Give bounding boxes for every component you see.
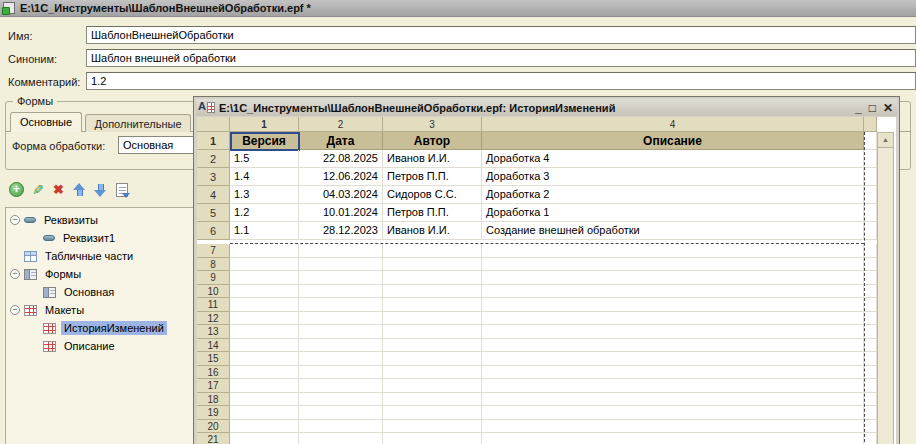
sheet-cell[interactable] [482, 406, 864, 420]
sheet-cell[interactable] [864, 339, 877, 353]
sheet-cell[interactable] [864, 393, 877, 407]
sheet-cell[interactable]: 22.08.2025 [299, 150, 383, 168]
collapse-icon[interactable]: − [10, 215, 20, 225]
move-down-button[interactable] [92, 181, 109, 198]
sheet-cell[interactable] [299, 366, 383, 380]
collapse-icon[interactable]: − [10, 269, 20, 279]
sheet-cell[interactable] [383, 393, 482, 407]
minimize-button[interactable]: _ [855, 102, 862, 114]
row-header[interactable]: 14 [197, 339, 230, 353]
sheet-cell[interactable] [864, 150, 877, 168]
row-header[interactable]: 3 [197, 168, 230, 186]
row-header[interactable]: 17 [197, 379, 230, 393]
sheet-cell[interactable] [383, 339, 482, 353]
sheet-cell[interactable]: Иванов И.И. [383, 150, 482, 168]
sheet-cell[interactable] [299, 379, 383, 393]
comment-input[interactable]: 1.2 [86, 72, 916, 90]
sheet-cell[interactable] [299, 420, 383, 434]
sheet-cell[interactable] [230, 433, 299, 444]
name-input[interactable]: ШаблонВнешнейОбработки [86, 26, 916, 44]
sheet-cell[interactable] [864, 312, 877, 326]
sheet-cell[interactable]: Сидоров С.С. [383, 186, 482, 204]
sheet-cell[interactable] [864, 325, 877, 339]
sheet-cell[interactable] [482, 244, 864, 258]
row-header[interactable]: 21 [197, 433, 230, 444]
sheet-cell[interactable]: 1.5 [230, 150, 299, 168]
sheet-cell[interactable]: Доработка 3 [482, 168, 864, 186]
add-button[interactable]: + [8, 181, 25, 198]
reorder-button[interactable] [113, 181, 130, 198]
row-header[interactable]: 4 [197, 186, 230, 204]
collapse-icon[interactable]: − [10, 305, 20, 315]
sheet-cell[interactable] [864, 222, 877, 240]
row-header[interactable]: 2 [197, 150, 230, 168]
sheet-cell[interactable] [230, 325, 299, 339]
sheet-cell[interactable] [230, 244, 299, 258]
tab-main[interactable]: Основные [10, 112, 82, 132]
sheet-cell[interactable] [864, 258, 877, 272]
sheet-cell[interactable] [383, 258, 482, 272]
sheet-cell[interactable] [482, 366, 864, 380]
sheet-cell[interactable] [230, 312, 299, 326]
sheet-cell[interactable] [864, 352, 877, 366]
sheet-cell[interactable]: Петров П.П. [383, 168, 482, 186]
sheet-cell[interactable] [230, 379, 299, 393]
sheet-cell[interactable]: Доработка 2 [482, 186, 864, 204]
sheet-cell[interactable]: 04.03.2024 [299, 186, 383, 204]
sheet-cell[interactable]: 1.1 [230, 222, 299, 240]
sheet-cell[interactable] [230, 258, 299, 272]
sheet-cell[interactable] [482, 285, 864, 299]
row-header[interactable]: 7 [197, 244, 230, 258]
row-header[interactable]: 13 [197, 325, 230, 339]
sheet-cell[interactable]: Доработка 4 [482, 150, 864, 168]
sheet-cell[interactable] [383, 352, 482, 366]
sheet-cell[interactable] [482, 420, 864, 434]
sheet-cell[interactable] [482, 379, 864, 393]
sheet-cell[interactable] [299, 285, 383, 299]
sheet-cell[interactable] [299, 393, 383, 407]
sheet-cell[interactable] [383, 244, 482, 258]
edit-button[interactable]: ✎ [29, 181, 46, 198]
sheet-cell[interactable] [383, 379, 482, 393]
sheet-header-cell[interactable]: Описание [482, 132, 864, 150]
sheet-cell[interactable] [230, 393, 299, 407]
sheet-cell[interactable] [383, 366, 482, 380]
column-header[interactable]: 1 [230, 117, 299, 132]
tab-additional[interactable]: Дополнительные [85, 114, 191, 132]
sheet-cell[interactable]: 1.4 [230, 168, 299, 186]
sheet-header-cell[interactable]: Версия [230, 132, 299, 150]
sheet-cell[interactable]: 28.12.2023 [299, 222, 383, 240]
sheet-cell[interactable]: 1.3 [230, 186, 299, 204]
sheet-cell[interactable] [482, 352, 864, 366]
sheet-cell[interactable] [230, 420, 299, 434]
move-up-button[interactable] [71, 181, 88, 198]
sheet-cell[interactable] [864, 298, 877, 312]
sheet-cell[interactable] [864, 420, 877, 434]
sheet-cell[interactable] [864, 271, 877, 285]
sheet-cell[interactable] [383, 406, 482, 420]
sheet-cell[interactable] [230, 285, 299, 299]
sheet-cell[interactable] [299, 339, 383, 353]
sheet-cell[interactable]: Создание внешней обработки [482, 222, 864, 240]
sheet-cell[interactable] [299, 298, 383, 312]
column-header[interactable] [864, 117, 877, 132]
row-header[interactable]: 12 [197, 312, 230, 326]
sheet-cell[interactable] [383, 298, 482, 312]
sheet-cell[interactable]: 1.2 [230, 204, 299, 222]
sheet-cell[interactable] [299, 312, 383, 326]
row-header[interactable]: 19 [197, 406, 230, 420]
scroll-up-icon[interactable]: ▲ [878, 133, 893, 148]
vertical-scrollbar[interactable]: ▲ [877, 132, 894, 444]
sheet-cell[interactable] [482, 312, 864, 326]
sheet-cell[interactable]: Петров П.П. [383, 204, 482, 222]
sheet-header-cell[interactable]: Дата [299, 132, 383, 150]
row-header[interactable]: 15 [197, 352, 230, 366]
row-header[interactable]: 1 [197, 132, 230, 150]
sheet-cell[interactable] [383, 285, 482, 299]
sheet-cell[interactable] [482, 298, 864, 312]
sheet-cell[interactable] [864, 406, 877, 420]
sheet-cell[interactable] [383, 271, 482, 285]
row-header[interactable]: 11 [197, 298, 230, 312]
row-header[interactable]: 6 [197, 222, 230, 240]
column-header[interactable]: 2 [299, 117, 383, 132]
